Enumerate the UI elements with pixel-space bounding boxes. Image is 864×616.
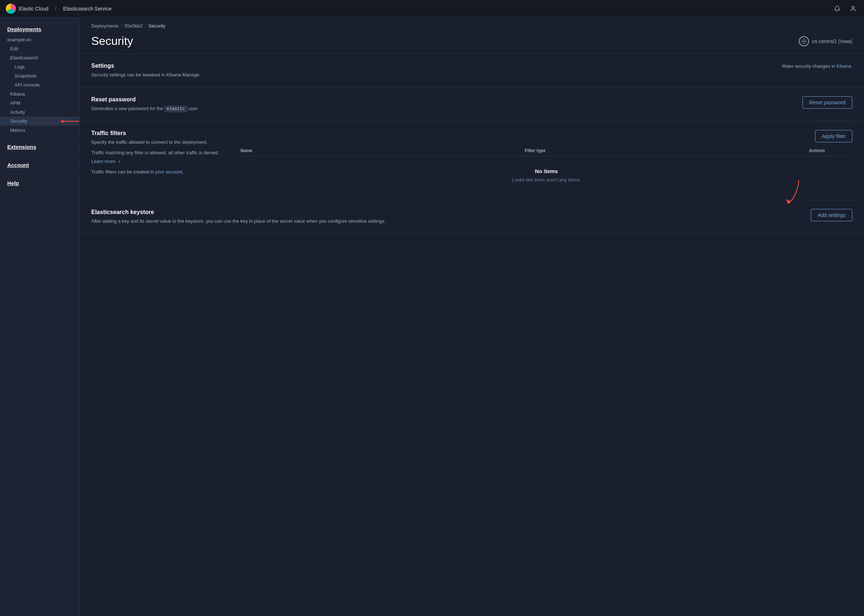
sidebar-item-edit[interactable]: Edit: [0, 44, 79, 53]
sidebar-item-activity[interactable]: Activity: [0, 108, 79, 116]
traffic-filters-heading: Traffic filters: [91, 130, 229, 137]
sidebar-deployments-title[interactable]: Deployments: [0, 23, 79, 35]
sidebar-help-title[interactable]: Help: [0, 177, 79, 189]
svg-point-3: [803, 40, 805, 42]
empty-title: No items: [240, 168, 852, 174]
keystore-desc: After adding a key and its secret value …: [91, 218, 799, 225]
empty-desc: Looks like there aren't any items.: [240, 177, 852, 182]
sidebar-extensions-title[interactable]: Extensions: [0, 141, 79, 153]
region-icon: [799, 36, 809, 46]
region-badge: us-central1 (Iowa): [799, 36, 852, 46]
external-link-icon: ↗: [118, 160, 121, 164]
table-empty-state: No items Looks like there aren't any ite…: [240, 159, 852, 191]
sidebar-account-title[interactable]: Account: [0, 159, 79, 171]
breadcrumb-deployment-id[interactable]: 55e5bb2: [124, 23, 143, 28]
add-settings-button[interactable]: Add settings: [811, 209, 852, 221]
settings-right-prefix: Make security changes in: [782, 63, 836, 69]
sidebar-item-logs[interactable]: Logs: [0, 62, 79, 71]
region-text: us-central1 (Iowa): [812, 38, 852, 44]
your-account-link[interactable]: your account: [156, 169, 182, 174]
topnav-actions: [832, 4, 858, 14]
sidebar-item-api-console[interactable]: API console: [0, 80, 79, 90]
sidebar-item-snapshots[interactable]: Snapshots: [0, 71, 79, 80]
settings-heading: Settings: [91, 63, 771, 69]
content-area: Deployments / 55e5bb2 / Security Securit…: [80, 17, 864, 616]
main-layout: Deployments example-ec Edit Elasticsearc…: [0, 17, 864, 616]
user-icon[interactable]: [848, 4, 858, 14]
breadcrumb-current: Security: [148, 23, 165, 28]
traffic-desc2: Traffic matching any filter is allowed, …: [91, 149, 229, 156]
sidebar-item-deployment-name[interactable]: example-ec: [0, 35, 79, 44]
reset-password-desc: Generates a new password for the elastic…: [91, 105, 791, 112]
traffic-filters-table: Name Filter type Actions No items Looks …: [240, 148, 852, 191]
service-name: Elasticsearch Service: [63, 6, 112, 12]
breadcrumb-deployments[interactable]: Deployments: [91, 23, 119, 28]
reset-password-heading: Reset password: [91, 96, 791, 103]
notifications-icon[interactable]: [832, 4, 842, 14]
sidebar-item-elasticsearch[interactable]: Elasticsearch: [0, 53, 79, 62]
app-name: Elastic Cloud: [19, 6, 49, 12]
svg-marker-5: [786, 200, 791, 204]
nav-separator: /: [55, 5, 57, 12]
learn-more-link[interactable]: Learn more: [91, 159, 115, 164]
app-logo[interactable]: Elastic Cloud / Elasticsearch Service: [6, 4, 112, 14]
traffic-learn-more: Learn more ↗: [91, 158, 229, 165]
sidebar-item-security[interactable]: Security: [0, 116, 79, 126]
page-header: Security us-central1 (Iowa): [80, 31, 864, 54]
table-header: Name Filter type Actions: [240, 148, 852, 156]
col-filter-type: Filter type: [525, 148, 809, 153]
traffic-desc3: Traffic filters can be created in your a…: [91, 168, 229, 176]
sidebar-item-security-row: Security: [0, 116, 79, 126]
sidebar-divider-3: [0, 174, 79, 174]
sidebar-item-kibana[interactable]: Kibana: [0, 90, 79, 99]
keystore-section: Elasticsearch keystore After adding a ke…: [80, 200, 864, 234]
elastic-logo-icon: [6, 4, 16, 14]
svg-point-4: [802, 39, 806, 44]
reset-password-button[interactable]: Reset password: [803, 96, 852, 108]
sidebar: Deployments example-ec Edit Elasticsearc…: [0, 17, 80, 616]
sidebar-item-apm[interactable]: APM: [0, 99, 79, 108]
svg-point-0: [852, 6, 854, 8]
breadcrumb-sep-1: /: [121, 23, 123, 28]
col-actions: Actions: [809, 148, 852, 153]
settings-section: Settings Security settings can be tweake…: [80, 54, 864, 88]
elastic-code: elastic: [164, 106, 187, 112]
topnav: Elastic Cloud / Elasticsearch Service: [0, 0, 864, 17]
apply-filter-button[interactable]: Apply filter: [815, 130, 852, 142]
settings-right-text: Make security changes in Kibana.: [782, 63, 852, 70]
traffic-desc1: Specify the traffic allowed to connect t…: [91, 139, 229, 146]
kibana-link[interactable]: Kibana: [836, 63, 851, 69]
settings-right-suffix: .: [851, 63, 852, 69]
sidebar-divider-1: [0, 138, 79, 138]
breadcrumb-sep-2: /: [145, 23, 146, 28]
breadcrumb: Deployments / 55e5bb2 / Security: [80, 17, 864, 31]
traffic-filters-section: Traffic filters Specify the traffic allo…: [80, 121, 864, 200]
reset-password-section: Reset password Generates a new password …: [80, 88, 864, 121]
sidebar-item-metrics[interactable]: Metrics: [0, 126, 79, 135]
keystore-heading: Elasticsearch keystore: [91, 209, 799, 215]
settings-description: Security settings can be tweaked in Kiba…: [91, 71, 771, 79]
page-title: Security: [91, 35, 133, 48]
col-name: Name: [240, 148, 525, 153]
